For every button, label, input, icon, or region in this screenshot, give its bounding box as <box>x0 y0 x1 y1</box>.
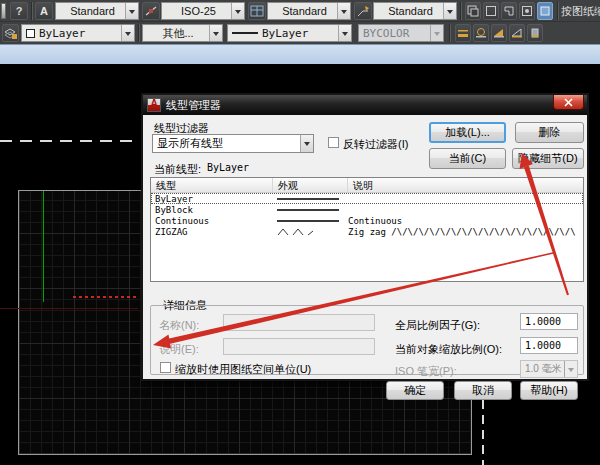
list-row-continuous[interactable]: Continuous Continuous <box>151 215 583 226</box>
row-description: Continuous <box>348 216 583 226</box>
object-scale-field[interactable]: 1.0000 <box>520 337 578 354</box>
dim-style-combo[interactable]: ISO-25 <box>161 2 245 20</box>
dropdown-arrow-icon <box>430 25 443 41</box>
close-icon <box>564 98 573 107</box>
current-linetype-value: ByLayer <box>207 162 249 173</box>
polygon-glyph <box>503 5 515 17</box>
delete-button-label: 删除 <box>539 125 561 140</box>
clip-viewport-icon[interactable] <box>537 2 553 20</box>
current-button[interactable]: 当前(C) <box>429 148 506 169</box>
clip-glyph <box>539 5 551 17</box>
row-description: Zig zag /\/\/\/\/\/\/\/\/\/\/\/\/\/\/\/\… <box>348 227 583 237</box>
rectangle-tool-icon[interactable] <box>483 2 499 20</box>
toolbar-separator <box>138 24 140 42</box>
ramp-outline-glyph <box>511 27 523 39</box>
header-linetype[interactable]: 线型 <box>151 178 273 192</box>
linetype-combo[interactable]: ByLayer <box>227 24 352 42</box>
ramp-glyph <box>493 27 505 39</box>
cylinder-icon[interactable] <box>527 24 543 42</box>
layer-state-icon[interactable] <box>2 24 19 42</box>
mleader-style-value: Standard <box>378 5 443 17</box>
row-name: ByLayer <box>151 194 273 204</box>
global-scale-label: 全局比例因子(G): <box>395 318 480 333</box>
list-row-byblock[interactable]: ByBlock <box>151 204 583 215</box>
dropdown-arrow-icon[interactable] <box>231 3 244 19</box>
plot-ramp-icon[interactable] <box>491 24 507 42</box>
desc-field <box>223 338 375 355</box>
color-combo[interactable]: ByLayer <box>21 24 135 42</box>
delete-button[interactable]: 删除 <box>515 122 584 143</box>
dialog-body: 线型过滤器 显示所有线型 反转过滤器(I) 加载(L)... 删除 当前(C) … <box>143 115 587 379</box>
ok-button[interactable]: 确定 <box>386 381 444 400</box>
text-style-icon[interactable]: A <box>35 2 53 20</box>
annotation-scale-label: 按图纸缩放 <box>561 4 600 19</box>
hide-details-button-label: 隐藏细节(D) <box>518 151 577 166</box>
plot-style-manager-icon[interactable] <box>473 24 489 42</box>
iso-penwidth-label: ISO 笔宽(P): <box>395 364 457 379</box>
properties-toolbar: ByLayer 其他... ByLayer BYCOLOR <box>0 22 600 44</box>
cancel-button[interactable]: 取消 <box>454 381 512 400</box>
dropdown-arrow-icon[interactable] <box>300 135 313 152</box>
name-field <box>223 314 375 331</box>
table-style-icon[interactable] <box>248 2 266 20</box>
toolbar-separator <box>460 2 462 20</box>
object-scale-value: 1.0000 <box>525 340 561 351</box>
canvas-green-line <box>43 191 44 302</box>
iso-penwidth-value: 1.0 毫米 <box>525 362 564 376</box>
polygonal-viewport-icon[interactable] <box>501 2 517 20</box>
hide-details-button[interactable]: 隐藏细节(D) <box>512 148 584 169</box>
dropdown-arrow-icon[interactable] <box>443 3 456 19</box>
dropdown-arrow-icon[interactable] <box>338 25 351 41</box>
lineweight-settings-icon[interactable] <box>455 24 471 42</box>
mleader-glyph <box>356 4 370 18</box>
lineweight-glyph <box>457 27 469 39</box>
header-description[interactable]: 说明 <box>348 178 583 192</box>
linetype-other-combo[interactable]: 其他... <box>142 24 223 42</box>
list-header-row: 线型 外观 说明 <box>151 178 583 193</box>
list-row-bylayer[interactable]: ByLayer <box>151 193 583 204</box>
linetype-value: ByLayer <box>262 27 338 40</box>
dim-style-glyph <box>144 4 158 18</box>
canvas-dashed-line-horizontal <box>0 140 138 142</box>
mleader-style-icon[interactable] <box>354 2 372 20</box>
global-scale-field[interactable]: 1.0000 <box>520 313 578 330</box>
dropdown-arrow-icon[interactable] <box>125 3 138 19</box>
linetype-filter-combo[interactable]: 显示所有线型 <box>152 134 314 153</box>
toolbar-separator <box>557 2 559 20</box>
filter-combo-value: 显示所有线型 <box>157 136 300 151</box>
invert-filter-checkbox[interactable] <box>328 137 339 148</box>
layers-glyph <box>4 27 17 40</box>
header-appearance[interactable]: 外观 <box>273 178 348 192</box>
toolbar-grip[interactable] <box>1 3 6 19</box>
help-button-dialog[interactable]: 帮助(H) <box>520 381 578 400</box>
rectangle-glyph <box>485 5 497 17</box>
mleader-style-combo[interactable]: Standard <box>373 2 457 20</box>
load-button[interactable]: 加载(L)... <box>429 122 506 143</box>
dim-style-icon[interactable] <box>142 2 160 20</box>
linetype-manager-dialog: A 线型管理器 线型过滤器 显示所有线型 反转过滤器(I) 加载(L)... 删… <box>141 93 589 381</box>
row-name: ByBlock <box>151 205 273 215</box>
plot-style-combo: BYCOLOR <box>358 24 444 42</box>
dropdown-arrow-icon[interactable] <box>337 3 350 19</box>
solid-line-sample <box>277 209 339 211</box>
close-button[interactable] <box>553 95 584 110</box>
autocad-app-icon: A <box>147 98 161 112</box>
name-label: 名称(N): <box>159 318 199 333</box>
table-style-value: Standard <box>272 5 337 17</box>
help-button[interactable]: ? <box>10 2 28 20</box>
list-row-zigzag[interactable]: ZIGZAG Zig zag /\/\/\/\/\/\/\/\/\/\/\/\/… <box>151 226 583 237</box>
dropdown-arrow-icon[interactable] <box>209 25 222 41</box>
plot-ramp-outline-icon[interactable] <box>509 24 525 42</box>
row-name: ZIGZAG <box>151 227 273 237</box>
viewport-icon[interactable] <box>465 2 481 20</box>
dialog-titlebar[interactable]: A 线型管理器 <box>143 95 587 115</box>
paper-units-checkbox[interactable] <box>160 362 171 373</box>
toolbar-separator <box>31 2 33 20</box>
linetype-sample-line <box>232 32 258 34</box>
canvas-dark-red-line <box>0 308 138 309</box>
table-style-combo[interactable]: Standard <box>267 2 351 20</box>
dropdown-arrow-icon[interactable] <box>121 25 134 41</box>
object-viewport-icon[interactable] <box>519 2 535 20</box>
text-style-combo[interactable]: Standard <box>55 2 139 20</box>
solid-line-sample <box>277 198 339 200</box>
